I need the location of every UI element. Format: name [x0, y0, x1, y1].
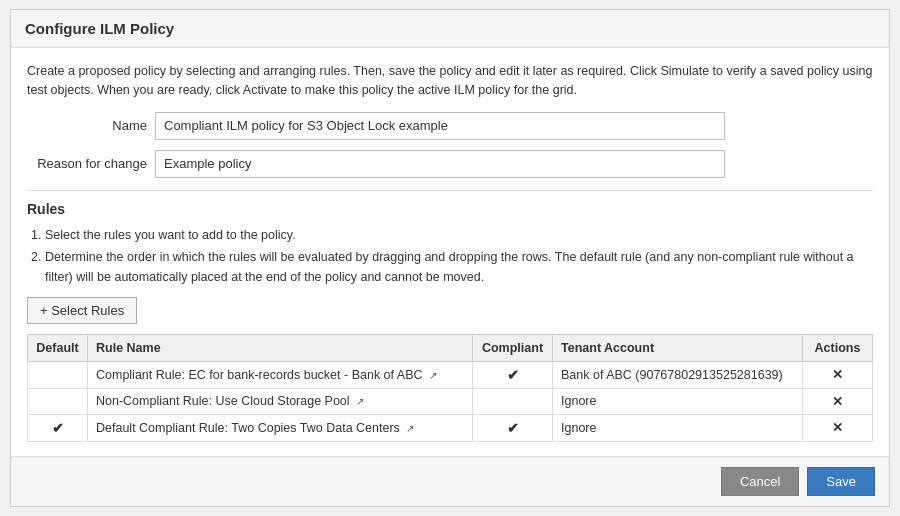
col-header-default: Default	[28, 334, 88, 361]
reason-row: Reason for change	[27, 150, 873, 178]
instruction-1: Select the rules you want to add to the …	[45, 225, 873, 245]
compliant-check-1: ✔	[507, 367, 519, 383]
table-row: Non-Compliant Rule: Use Cloud Storage Po…	[28, 388, 873, 414]
ext-link-icon-2[interactable]: ↗	[356, 396, 364, 407]
compliant-check-3: ✔	[507, 420, 519, 436]
row3-tenant: Ignore	[553, 414, 803, 441]
dialog-description: Create a proposed policy by selecting an…	[27, 62, 873, 100]
col-header-tenant: Tenant Account	[553, 334, 803, 361]
rules-instructions: Select the rules you want to add to the …	[27, 225, 873, 287]
cancel-button[interactable]: Cancel	[721, 467, 799, 496]
table-header-row: Default Rule Name Compliant Tenant Accou…	[28, 334, 873, 361]
row2-compliant	[473, 388, 553, 414]
row3-default: ✔	[28, 414, 88, 441]
select-rules-button[interactable]: + Select Rules	[27, 297, 137, 324]
name-input[interactable]	[155, 112, 725, 140]
name-row: Name	[27, 112, 873, 140]
ext-link-icon-3[interactable]: ↗	[406, 423, 414, 434]
delete-rule-1-button[interactable]: ✕	[832, 367, 843, 382]
reason-label: Reason for change	[27, 156, 147, 171]
row2-rulename: Non-Compliant Rule: Use Cloud Storage Po…	[88, 388, 473, 414]
save-button[interactable]: Save	[807, 467, 875, 496]
policy-form: Name Reason for change	[27, 112, 873, 178]
row3-actions: ✕	[803, 414, 873, 441]
row1-tenant: Bank of ABC (90767802913525281639)	[553, 361, 803, 388]
row1-default	[28, 361, 88, 388]
col-header-actions: Actions	[803, 334, 873, 361]
col-header-compliant: Compliant	[473, 334, 553, 361]
row1-actions: ✕	[803, 361, 873, 388]
default-check-3: ✔	[52, 420, 64, 436]
delete-rule-2-button[interactable]: ✕	[832, 394, 843, 409]
table-row: Compliant Rule: EC for bank-records buck…	[28, 361, 873, 388]
instruction-2: Determine the order in which the rules w…	[45, 247, 873, 287]
row3-compliant: ✔	[473, 414, 553, 441]
row3-rulename: Default Compliant Rule: Two Copies Two D…	[88, 414, 473, 441]
row2-tenant: Ignore	[553, 388, 803, 414]
row1-rulename: Compliant Rule: EC for bank-records buck…	[88, 361, 473, 388]
table-row: ✔ Default Compliant Rule: Two Copies Two…	[28, 414, 873, 441]
delete-rule-3-button[interactable]: ✕	[832, 420, 843, 435]
rules-section: Rules Select the rules you want to add t…	[27, 190, 873, 442]
rules-title: Rules	[27, 201, 873, 217]
rules-table: Default Rule Name Compliant Tenant Accou…	[27, 334, 873, 442]
ext-link-icon-1[interactable]: ↗	[429, 370, 437, 381]
row2-actions: ✕	[803, 388, 873, 414]
row2-default	[28, 388, 88, 414]
name-label: Name	[27, 118, 147, 133]
reason-input[interactable]	[155, 150, 725, 178]
dialog-footer: Cancel Save	[11, 456, 889, 506]
col-header-rulename: Rule Name	[88, 334, 473, 361]
dialog-body: Create a proposed policy by selecting an…	[11, 48, 889, 456]
row1-compliant: ✔	[473, 361, 553, 388]
configure-ilm-dialog: Configure ILM Policy Create a proposed p…	[10, 9, 890, 507]
dialog-title: Configure ILM Policy	[11, 10, 889, 48]
